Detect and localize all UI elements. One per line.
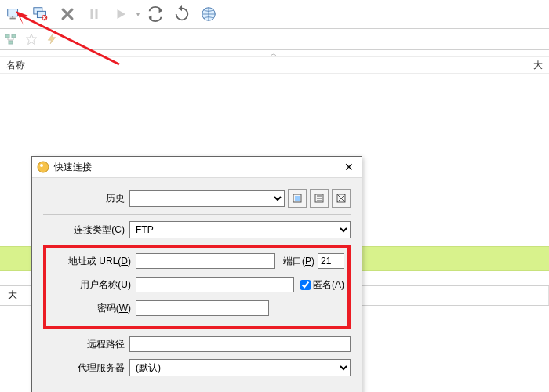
remote-path-input[interactable] <box>129 336 351 352</box>
conn-type-select[interactable]: FTP <box>129 221 351 238</box>
connect-icon[interactable] <box>3 3 25 25</box>
username-label: 用户名称(U) <box>49 278 136 292</box>
secondary-toolbar <box>0 29 549 50</box>
anonymous-checkbox[interactable]: 匿名(A) <box>300 278 344 292</box>
remote-path-label: 远程路径 <box>43 338 129 351</box>
play-icon <box>110 3 132 25</box>
tree-view-icon[interactable] <box>3 31 19 47</box>
history-label: 历史 <box>43 192 129 205</box>
collapse-handle[interactable]: ︿ <box>0 50 549 57</box>
svg-rect-0 <box>8 9 18 16</box>
address-row: 地址或 URL(D) 端口(P) <box>49 252 344 270</box>
highlight-region: 地址或 URL(D) 端口(P) 用户名称(U) 匿名(A) <box>43 245 351 329</box>
quick-icon[interactable] <box>44 31 60 47</box>
cancel-icon[interactable] <box>56 3 78 25</box>
dialog-icon <box>37 161 49 173</box>
password-label: 密码(W) <box>49 302 136 315</box>
history-btn-2-icon[interactable] <box>310 189 329 208</box>
reload-icon[interactable] <box>171 3 193 25</box>
svg-rect-11 <box>9 41 13 44</box>
conn-type-label: 连接类型(C) <box>43 223 129 237</box>
content-area: 大 快速连接 ✕ 历史 连接类型(C) FTP <box>0 74 549 392</box>
svg-rect-9 <box>5 34 9 38</box>
history-select[interactable] <box>129 190 285 207</box>
password-input[interactable] <box>136 300 269 316</box>
svg-point-13 <box>40 164 43 167</box>
favorite-icon[interactable] <box>24 31 39 47</box>
svg-rect-1 <box>10 18 16 20</box>
column-size[interactable]: 大 <box>527 57 549 73</box>
port-input[interactable] <box>318 253 344 269</box>
disconnect-icon[interactable] <box>30 3 52 25</box>
address-label: 地址或 URL(D) <box>49 255 136 268</box>
proxy-select[interactable]: (默认) <box>129 359 351 376</box>
svg-rect-10 <box>12 34 16 38</box>
svg-point-12 <box>38 162 49 172</box>
history-btn-3-icon[interactable] <box>332 189 351 208</box>
address-input[interactable] <box>136 253 275 269</box>
pause-icon <box>83 3 105 25</box>
globe-icon[interactable] <box>198 3 220 25</box>
anonymous-checkbox-input[interactable] <box>300 280 311 290</box>
dialog-body: 历史 连接类型(C) FTP 地址或 URL(D) 端口(P) <box>32 178 362 390</box>
remote-path-row: 远程路径 <box>43 336 351 353</box>
svg-rect-6 <box>91 9 93 19</box>
quick-connect-dialog: 快速连接 ✕ 历史 连接类型(C) FTP 地址或 URL( <box>31 156 362 392</box>
username-row: 用户名称(U) 匿名(A) <box>49 276 344 293</box>
conn-type-row: 连接类型(C) FTP <box>43 221 351 238</box>
column-name[interactable]: 名称 <box>0 57 31 73</box>
main-toolbar: ▾ <box>0 0 549 29</box>
proxy-label: 代理服务器 <box>43 361 129 375</box>
proxy-row: 代理服务器 (默认) <box>43 359 351 376</box>
svg-rect-15 <box>295 196 300 201</box>
svg-rect-2 <box>12 16 13 18</box>
sync-icon[interactable] <box>144 3 166 25</box>
dialog-titlebar: 快速连接 ✕ <box>32 157 362 178</box>
dialog-title: 快速连接 <box>54 161 92 174</box>
file-list-header: 名称 大 <box>0 57 549 74</box>
password-row: 密码(W) <box>49 299 344 317</box>
svg-rect-7 <box>96 9 98 19</box>
port-label: 端口(P) <box>280 255 318 268</box>
close-icon[interactable]: ✕ <box>341 159 357 175</box>
bottom-column-size[interactable]: 大 <box>0 286 32 305</box>
history-btn-1-icon[interactable] <box>288 189 307 208</box>
history-row: 历史 <box>43 189 351 208</box>
username-input[interactable] <box>136 277 294 292</box>
